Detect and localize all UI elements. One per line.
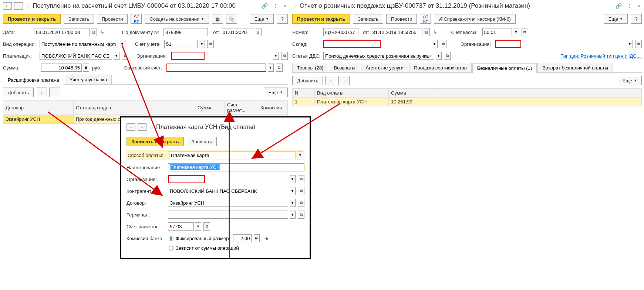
dropdown-icon[interactable]: ▼ <box>114 52 119 60</box>
dropdown-icon[interactable]: ▼ <box>432 40 438 48</box>
move-down-button[interactable]: ↓ <box>49 88 60 97</box>
fee-depends-radio[interactable] <box>169 246 173 250</box>
open-icon[interactable]: ⧉ <box>298 187 304 195</box>
tab-agent[interactable]: Агентские услуги <box>361 63 409 72</box>
nav-fwd-button[interactable]: → <box>138 123 146 131</box>
post-button[interactable]: Провести <box>97 14 128 24</box>
post-close-button[interactable]: Провести и закрыть <box>292 14 350 24</box>
nav-fwd-button[interactable]: → <box>14 2 23 10</box>
more-button[interactable]: Еще ▼ <box>250 14 274 24</box>
col-commission[interactable]: Комиссия <box>258 100 288 115</box>
contract-input[interactable] <box>168 199 288 207</box>
name-input[interactable]: Платежная карта УСН <box>168 163 304 171</box>
nav-back-button[interactable]: ← <box>127 123 135 131</box>
dropdown-icon[interactable]: ▼ <box>290 211 296 219</box>
open-icon[interactable]: ⧉ <box>635 40 642 48</box>
tab-certificates[interactable]: Продажа сертификатов <box>409 63 472 72</box>
terminal-input[interactable] <box>168 211 288 219</box>
move-up-button[interactable]: ↑ <box>325 76 336 85</box>
store-input[interactable] <box>323 40 381 48</box>
optype-input[interactable] <box>40 40 118 48</box>
calendar-icon[interactable]: 🗓 <box>91 28 97 36</box>
col-contract[interactable]: Договор <box>3 100 74 115</box>
nav-back-button[interactable]: ← <box>3 2 12 10</box>
col-n[interactable]: N <box>293 89 315 98</box>
method-input[interactable] <box>169 151 296 159</box>
open-icon[interactable]: ⧉ <box>207 40 214 48</box>
link-icon[interactable]: 🔗 <box>614 3 623 9</box>
open-icon[interactable]: ⧉ <box>203 222 210 231</box>
open-icon[interactable]: ⧉ <box>298 175 304 183</box>
dropdown-icon[interactable]: ▼ <box>290 187 296 195</box>
close-icon[interactable]: × <box>636 3 642 9</box>
more-button[interactable]: Еще ▼ <box>604 14 628 24</box>
more-button[interactable]: Еще ▼ <box>618 76 642 85</box>
tab-bank-services[interactable]: Учет услуг банка <box>65 75 112 84</box>
org-input[interactable] <box>495 40 521 48</box>
star-icon[interactable]: ☆ <box>25 3 30 10</box>
open-icon[interactable]: ⧉ <box>444 52 451 60</box>
open-icon[interactable]: ⧉ <box>298 211 304 219</box>
attach-button[interactable]: 📎 <box>226 14 237 24</box>
dropdown-icon[interactable]: ▼ <box>290 175 296 183</box>
help-button[interactable]: ? <box>277 14 288 24</box>
add-button[interactable]: Добавить <box>3 88 34 97</box>
org-input[interactable] <box>171 52 205 60</box>
post-close-button[interactable]: Провести и закрыть <box>3 14 61 24</box>
menu-icon[interactable]: ⋮ <box>272 3 280 9</box>
docno-input[interactable] <box>163 28 208 36</box>
calendar-icon[interactable]: 🗓 <box>424 28 430 36</box>
tab-cashless[interactable]: Безналичные оплаты (1) <box>472 63 537 73</box>
open-icon[interactable]: ⧉ <box>522 28 528 36</box>
dropdown-icon[interactable]: ▼ <box>297 151 303 159</box>
star-icon[interactable]: ☆ <box>292 3 297 10</box>
fee-fixed-radio[interactable] <box>169 236 173 241</box>
add-button[interactable]: Добавить <box>292 76 323 85</box>
save-button[interactable]: Записать <box>353 14 383 24</box>
create-based-button[interactable]: Создать на основании ▼ <box>145 14 209 24</box>
km6-button[interactable]: 🖨 Справка-отчет кассира (КМ-6) <box>434 14 516 24</box>
help-button[interactable]: ? <box>631 14 642 24</box>
sum-input[interactable] <box>41 64 82 72</box>
settleacct-input[interactable] <box>168 222 194 231</box>
dropdown-icon[interactable]: ▼ <box>268 64 274 72</box>
fee-value-input[interactable] <box>233 234 252 242</box>
dtkt-button[interactable]: АтКт <box>131 14 142 24</box>
acct-input[interactable] <box>164 40 198 48</box>
close-icon[interactable]: × <box>282 3 288 9</box>
dds-input[interactable] <box>323 52 434 60</box>
counterparty-input[interactable] <box>168 187 288 195</box>
price-type-link[interactable]: Тип цен: Розничный тип цен (НДС ... <box>560 53 642 59</box>
save-button[interactable]: Записать <box>187 137 217 146</box>
save-close-button[interactable]: Записать и закрыть <box>127 137 184 146</box>
date-input[interactable] <box>34 28 90 36</box>
register-button[interactable]: ▦ <box>212 14 223 24</box>
calc-icon[interactable]: 🖩 <box>254 234 260 242</box>
tab-cashless-return[interactable]: Возврат безналичной оплаты <box>537 63 613 72</box>
more-button[interactable]: Еще ▼ <box>264 88 288 97</box>
org-input[interactable] <box>168 175 205 183</box>
docfrom-input[interactable] <box>221 28 254 36</box>
tab-decode[interactable]: Расшифровка платежа <box>3 75 64 85</box>
open-icon[interactable]: ⧉ <box>276 64 283 72</box>
post-button[interactable]: Провести <box>386 14 417 24</box>
col-acct[interactable]: Счет расчет... <box>225 100 258 115</box>
star-icon[interactable]: ☆ <box>149 124 154 131</box>
open-icon[interactable]: ⧉ <box>440 40 446 48</box>
number-input[interactable] <box>323 28 358 36</box>
col-income[interactable]: Статья доходов <box>74 100 195 115</box>
calc-icon[interactable]: 🖩 <box>83 64 89 72</box>
dropdown-icon[interactable]: ▼ <box>436 52 442 60</box>
link-icon[interactable]: 🔗 <box>260 3 269 9</box>
open-icon[interactable]: ⧉ <box>298 199 304 207</box>
tab-goods[interactable]: Товары (28) <box>292 63 328 72</box>
table-row[interactable]: 1 Платежная карта УСН 10 251,99 <box>293 98 642 106</box>
open-icon[interactable]: ⧉ <box>281 52 288 60</box>
move-down-button[interactable]: ↓ <box>338 76 350 85</box>
menu-icon[interactable]: ⋮ <box>626 3 634 9</box>
col-sum[interactable]: Сумма <box>389 89 433 98</box>
from-input[interactable] <box>371 28 422 36</box>
dropdown-icon[interactable]: ▼ <box>119 40 125 48</box>
save-button[interactable]: Записать <box>64 14 94 24</box>
col-sum[interactable]: Сумма <box>195 100 225 115</box>
